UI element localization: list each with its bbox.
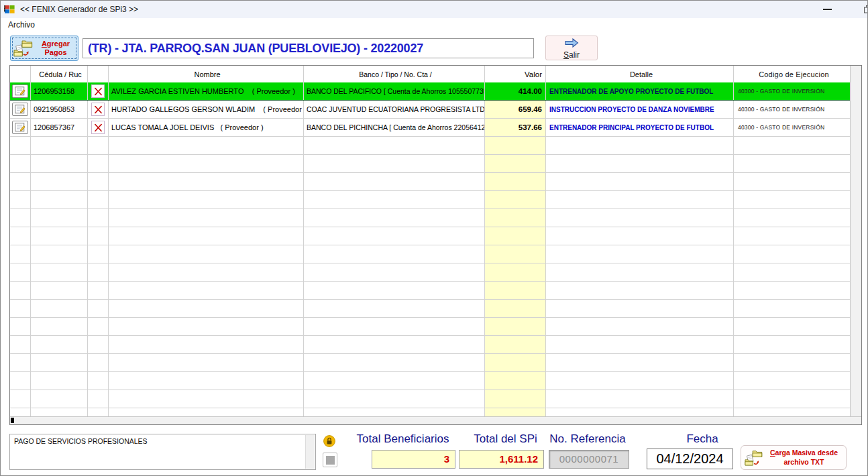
cell-c1 [31,173,88,190]
minimize-icon [823,9,832,10]
table-empty-row[interactable] [10,263,851,282]
cell-c1 [31,390,88,408]
delete-row-button[interactable] [91,121,105,134]
delete-row-button[interactable] [91,84,105,98]
table-empty-row[interactable] [10,155,851,173]
cell-c5 [485,390,546,408]
cell-c1 [31,263,88,281]
table-row[interactable]: 1206857367LUCAS TOMALA JOEL DEIVIS ( Pro… [10,119,851,137]
cell-c7 [734,173,851,190]
lock-icon [323,435,335,447]
cell-c3 [109,390,304,408]
cell-c2 [88,372,109,390]
cell-c6: INSTRUCCION PROYECTO DE DANZA NOVIEMBRE [546,101,734,118]
carga-masiva-folder-icon [745,449,763,467]
menu-bar: Archivo [1,18,867,32]
carga-masiva-button[interactable]: Carga Masiva desde archivo TXT [741,445,847,470]
cell-c3 [109,137,304,154]
edit-row-button[interactable] [12,121,28,134]
cell-c3 [109,336,304,353]
cell-c6 [546,354,734,371]
cell-c4 [304,318,485,335]
cell-c7 [734,209,851,227]
cell-c2 [88,300,109,317]
cell-c4 [304,372,485,390]
cell-c6 [546,173,734,190]
cell-c1 [31,155,88,172]
cell-c2 [88,209,109,227]
delete-x-icon [94,123,103,132]
horizontal-scrollbar-thumb[interactable] [11,418,14,423]
table-empty-row[interactable] [10,390,851,408]
entity-name-field[interactable]: (TR) - JTA. PARROQ.SAN JUAN (PUEBLOVIEJO… [83,38,534,58]
concepto-textarea[interactable]: PAGO DE SERVICIOS PROFESIONALES [9,434,316,470]
edit-row-button[interactable] [12,84,28,98]
cell-c4 [304,390,485,408]
restore-button[interactable] [857,1,868,18]
edit-form-icon [15,105,25,114]
table-row[interactable]: 1206953158AVILEZ GARCIA ESTIVEN HUMBERTO… [10,82,851,101]
cell-c7 [734,318,851,335]
cell-c6 [546,318,734,335]
concepto-scrollbar[interactable] [305,435,315,469]
cell-c2 [88,227,109,245]
cell-c5 [485,191,546,209]
table-empty-row[interactable] [10,282,851,300]
table-empty-row[interactable] [10,227,851,245]
cell-c4 [304,282,485,299]
agregar-pagos-button[interactable]: Agregar Pagos [10,36,78,61]
table-empty-row[interactable] [10,372,851,390]
table-horizontal-scrollbar[interactable] [10,416,861,424]
cell-c6: ENTRENADOR DE APOYO PROYECTO DE FUTBOL [546,82,734,100]
lock-button[interactable] [323,435,335,447]
table-empty-row[interactable] [10,173,851,191]
gray-square-button[interactable] [323,453,337,467]
cell-c4: BANCO DEL PACIFICO [ Cuenta de Ahorros 1… [304,82,485,100]
cell-c1 [31,191,88,209]
cell-c1 [31,372,88,390]
cell-c2 [88,263,109,281]
cell-c2 [88,354,109,371]
column-header-detalle: Detalle [546,66,734,82]
fecha-field[interactable]: 04/12/2024 [647,449,733,469]
menu-archivo[interactable]: Archivo [3,18,40,32]
exit-arrow-icon [564,38,579,48]
cell-c0 [10,354,31,371]
minimize-button[interactable] [814,1,840,18]
cell-c3 [109,354,304,371]
table-empty-row[interactable] [10,245,851,263]
cell-c1 [31,336,88,353]
table-vertical-scrollbar[interactable] [850,66,861,417]
salir-button[interactable]: Salir [545,36,598,60]
table-empty-row[interactable] [10,300,851,318]
cell-c6 [546,209,734,227]
table-empty-row[interactable] [10,318,851,336]
table-empty-row[interactable] [10,137,851,155]
cell-c1 [31,282,88,299]
cell-c3: LUCAS TOMALA JOEL DEIVIS ( Proveedor ) [109,119,304,136]
cell-c6 [546,282,734,299]
edit-row-button[interactable] [12,103,28,116]
add-payments-folder-icon [13,39,34,58]
table-empty-row[interactable] [10,336,851,354]
table-empty-row[interactable] [10,191,851,209]
table-row[interactable]: 0921950853HURTADO GALLEGOS GERSON WLADIM… [10,101,851,119]
table-empty-row[interactable] [10,354,851,372]
cell-c3: HURTADO GALLEGOS GERSON WLADIM ( Proveed… [109,101,304,118]
cell-c0 [10,101,31,118]
cell-c5 [485,354,546,371]
table-empty-row[interactable] [10,209,851,227]
cell-c5 [485,318,546,335]
referencia-label: No. Referencia [547,432,628,446]
cell-c1 [31,318,88,335]
column-header-nombre: Nombre [109,66,304,82]
cell-c3 [109,263,304,281]
delete-row-button[interactable] [91,103,105,116]
fecha-label: Fecha [671,432,733,446]
cell-c3 [109,173,304,190]
cell-c3 [109,155,304,172]
cell-c0 [10,155,31,172]
cell-c4 [304,354,485,371]
cell-c6 [546,390,734,408]
cell-c7 [734,227,851,245]
